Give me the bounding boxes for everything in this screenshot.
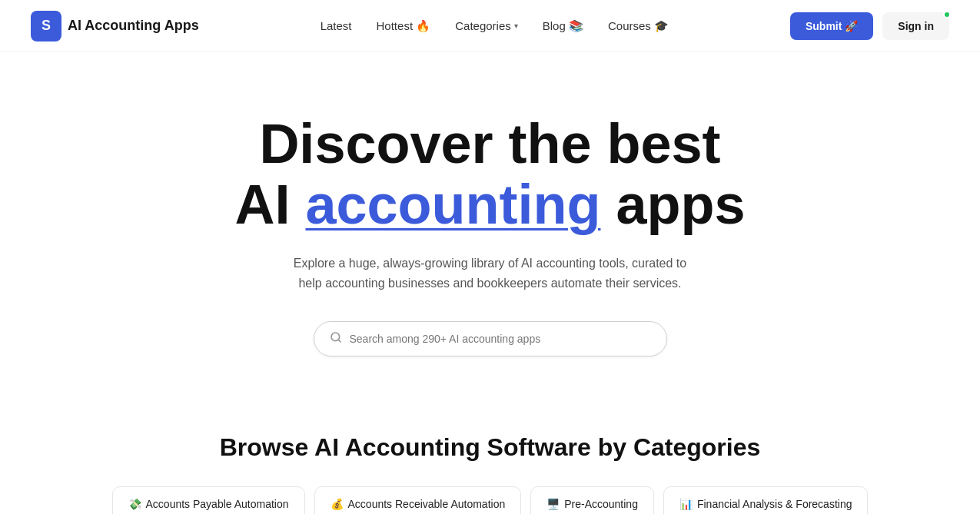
- search-bar[interactable]: [314, 321, 667, 356]
- chevron-down-icon: ▾: [514, 22, 518, 30]
- category-emoji: 🖥️: [546, 498, 560, 510]
- hero-title-apps: apps: [600, 174, 745, 235]
- hero-subtitle: Explore a huge, always-growing library o…: [283, 254, 698, 293]
- nav-links: Latest Hottest 🔥 Categories ▾ Blog 📚 Cou…: [321, 19, 669, 33]
- submit-label: Submit 🚀: [806, 20, 858, 32]
- nav-brand-area: S AI Accounting Apps: [31, 11, 199, 41]
- search-input[interactable]: [350, 333, 651, 345]
- nav-blog-label: Blog 📚: [543, 19, 583, 33]
- categories-title: Browse AI Accounting Software by Categor…: [31, 433, 949, 462]
- nav-courses-label: Courses 🎓: [608, 19, 669, 33]
- nav-latest-label: Latest: [321, 19, 352, 32]
- logo-icon: S: [31, 11, 61, 41]
- nav-hottest-label: Hottest 🔥: [377, 19, 431, 33]
- category-emoji: 📊: [679, 498, 693, 510]
- nav-categories-label: Categories: [455, 19, 511, 32]
- nav-link-hottest[interactable]: Hottest 🔥: [377, 19, 431, 33]
- category-label: Pre-Accounting: [564, 498, 638, 510]
- nav-actions: Submit 🚀 Sign in: [790, 12, 949, 40]
- online-dot: [943, 11, 951, 18]
- hero-title-accounting: accounting: [305, 174, 600, 235]
- hero-title: Discover the best AI accounting apps: [234, 114, 745, 235]
- logo-letter: S: [42, 18, 51, 34]
- hero-title-ai: AI: [234, 174, 305, 235]
- category-label: Financial Analysis & Forecasting: [697, 498, 852, 510]
- category-card-accounts-payable[interactable]: 💸 Accounts Payable Automation: [112, 486, 305, 514]
- signin-label: Sign in: [898, 20, 934, 32]
- hero-title-line2: AI accounting apps: [234, 174, 745, 235]
- nav-link-categories[interactable]: Categories ▾: [455, 19, 518, 32]
- signin-button[interactable]: Sign in: [882, 12, 949, 40]
- submit-button[interactable]: Submit 🚀: [790, 12, 873, 40]
- category-emoji: 💰: [331, 498, 344, 510]
- categories-grid: 💸 Accounts Payable Automation 💰 Accounts…: [31, 486, 949, 514]
- category-card-pre-accounting[interactable]: 🖥️ Pre-Accounting: [530, 486, 654, 514]
- category-card-financial-analysis[interactable]: 📊 Financial Analysis & Forecasting: [663, 486, 869, 514]
- category-card-accounts-receivable[interactable]: 💰 Accounts Receivable Automation: [314, 486, 522, 514]
- search-icon: [330, 331, 342, 347]
- brand-name: AI Accounting Apps: [68, 18, 199, 34]
- category-label: Accounts Receivable Automation: [348, 498, 506, 510]
- nav-link-blog[interactable]: Blog 📚: [543, 19, 583, 33]
- svg-line-1: [338, 340, 341, 342]
- hero-section: Discover the best AI accounting apps Exp…: [0, 52, 980, 403]
- navbar: S AI Accounting Apps Latest Hottest 🔥 Ca…: [0, 0, 980, 52]
- category-label: Accounts Payable Automation: [146, 498, 289, 510]
- hero-title-line1: Discover the best: [259, 113, 720, 174]
- category-emoji: 💸: [128, 498, 141, 510]
- nav-link-courses[interactable]: Courses 🎓: [608, 19, 669, 33]
- nav-link-latest[interactable]: Latest: [321, 19, 352, 32]
- categories-section: Browse AI Accounting Software by Categor…: [0, 403, 980, 514]
